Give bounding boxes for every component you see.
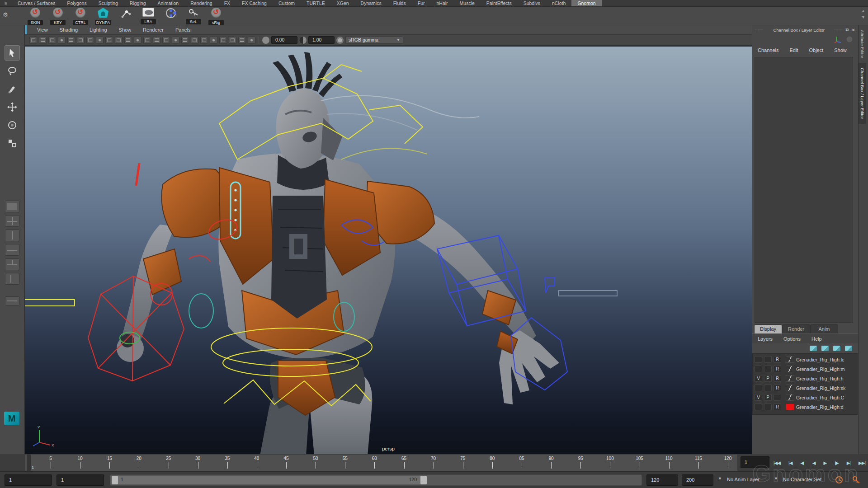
panel-menu-item[interactable]: Panels (170, 27, 197, 33)
menu-item[interactable]: TURTLE (301, 0, 331, 6)
layer-display-type-toggle[interactable]: R (774, 404, 781, 410)
gamma-icon[interactable] (299, 37, 307, 44)
tab-channel-box-layer-editor[interactable]: Channel Box / Layer Editor (859, 63, 866, 124)
menu-item[interactable]: nHair (430, 0, 453, 6)
layer-editor-tab[interactable]: Render (782, 324, 810, 333)
layout-two-pane-stacked-button[interactable] (5, 244, 19, 256)
layer-editor-tab[interactable]: Display (754, 324, 782, 333)
menu-item[interactable]: Custom (273, 0, 301, 6)
menu-item[interactable]: nCloth (546, 0, 571, 6)
textured-icon[interactable] (181, 37, 189, 44)
playback-range-bar[interactable]: 1 120 (112, 476, 427, 484)
step-forward-key-button[interactable]: ▶| (846, 459, 851, 467)
select-camera-icon[interactable] (29, 37, 37, 44)
layout-custom-button[interactable] (5, 296, 19, 305)
layer-row[interactable]: R Grenadier_Rig_High:m (753, 364, 858, 374)
layer-visibility-toggle[interactable]: V (755, 394, 762, 401)
menu-item[interactable]: Rendering (184, 0, 218, 6)
panel-menu-item[interactable]: Lighting (84, 27, 113, 33)
shelf-button-key[interactable]: KEY (48, 8, 68, 26)
exposure-field[interactable]: 0.00 (271, 36, 297, 44)
layer-row[interactable]: R Grenadier_Rig_High:d (753, 402, 858, 412)
move-tool-button[interactable] (5, 99, 20, 115)
layer-color-swatch[interactable] (786, 366, 794, 372)
shelf-button-srig[interactable]: sRig (206, 8, 226, 26)
shelf-button-set[interactable]: Set. (184, 8, 203, 25)
layer-playback-toggle[interactable]: P (764, 394, 772, 401)
layer-row[interactable]: V P Grenadier_Rig_High:C (753, 393, 858, 402)
layer-display-type-toggle[interactable]: R (774, 366, 781, 372)
go-to-end-button[interactable]: ▶▶| (858, 459, 866, 467)
layer-display-type-toggle[interactable]: R (774, 356, 781, 363)
shelf-options-gear-icon[interactable]: ⚙ (3, 11, 12, 18)
exposure-icon[interactable] (262, 37, 269, 44)
shelf-button-dynpa[interactable]: DYNPA (93, 8, 113, 26)
playback-options-icon[interactable] (835, 475, 844, 484)
layer-visibility-toggle[interactable] (755, 404, 762, 410)
shaded-icon[interactable] (172, 37, 179, 44)
play-forward-button[interactable]: ▶ (823, 459, 827, 467)
layer-display-type-toggle[interactable] (774, 394, 781, 401)
layer-visibility-toggle[interactable] (755, 385, 762, 391)
layer-name[interactable]: Grenadier_Rig_High:h (796, 376, 843, 381)
current-frame-marker[interactable] (27, 455, 31, 471)
layout-three-pane-button[interactable] (5, 258, 19, 270)
menu-item[interactable]: Fur (412, 0, 431, 6)
new-layer-from-selected-icon[interactable] (821, 346, 829, 351)
resolution-gate-icon[interactable] (115, 37, 123, 44)
chevron-down-icon[interactable]: ▼ (718, 476, 722, 481)
multisample-aa-icon[interactable] (229, 37, 236, 44)
channel-box-menu-item[interactable]: Show (829, 47, 852, 53)
screen-space-ao-icon[interactable] (210, 37, 217, 44)
shadows-icon[interactable] (200, 37, 208, 44)
layer-playback-toggle[interactable]: P (764, 375, 772, 382)
range-end-handle[interactable] (420, 476, 427, 484)
range-start-handle[interactable] (112, 476, 118, 484)
2d-pan-zoom-icon[interactable] (77, 37, 85, 44)
channel-box-menu-item[interactable]: Edit (784, 47, 803, 53)
paint-select-tool-button[interactable] (5, 81, 20, 97)
shelf-overflow-arrows[interactable]: ▲▼ (861, 9, 865, 19)
bookmarks-icon[interactable] (58, 37, 66, 44)
chevron-down-icon[interactable]: ▼ (774, 476, 778, 481)
gamma-field[interactable]: 1.00 (308, 36, 335, 44)
channel-box-menu-item[interactable]: Object (803, 47, 829, 53)
anim-layer-selector[interactable]: No Anim Layer (727, 477, 760, 482)
safe-action-icon[interactable] (143, 37, 151, 44)
viewport-canvas[interactable]: Y X persp (25, 46, 752, 454)
field-chart-icon[interactable] (134, 37, 142, 44)
image-plane-icon[interactable] (67, 37, 75, 44)
layer-editor-tab[interactable]: Anim (810, 324, 838, 333)
layer-editor-menu-item[interactable]: Options (778, 336, 806, 342)
shelf-button-character-set[interactable] (161, 8, 181, 18)
layout-single-pane-button[interactable] (5, 201, 19, 212)
drag-handle-icon[interactable]: :::::: (755, 28, 764, 32)
dock-header[interactable]: :::::: Channel Box / Layer Editor ::::::… (752, 25, 858, 34)
camera-attributes-icon[interactable] (48, 37, 56, 44)
grease-pencil-icon[interactable] (86, 37, 94, 44)
manipulator-axis-icon[interactable] (834, 35, 842, 43)
layer-name[interactable]: Grenadier_Rig_High:d (796, 404, 843, 410)
menu-item[interactable]: Fluids (387, 0, 412, 6)
menu-item[interactable]: Muscle (454, 0, 481, 6)
layer-color-swatch[interactable] (786, 375, 794, 382)
panel-menu-item[interactable]: Renderer (137, 27, 170, 33)
speed-control-icon[interactable] (845, 35, 854, 43)
popout-icon[interactable]: ⧉ (845, 27, 849, 33)
tab-attribute-editor[interactable]: Attribute Editor (859, 25, 866, 63)
view-transform-select[interactable]: sRGB gamma ▼ (345, 36, 403, 44)
move-layer-up-icon[interactable] (833, 346, 840, 351)
shelf-button-ctrl[interactable]: CTRL (71, 8, 90, 26)
menu-item[interactable]: Subdivs (518, 0, 546, 6)
motion-blur-icon[interactable] (219, 37, 227, 44)
move-layer-down-icon[interactable] (845, 346, 852, 351)
layout-four-pane-button[interactable] (5, 215, 19, 227)
select-tool-button[interactable] (5, 45, 20, 61)
layer-playback-toggle[interactable] (764, 385, 772, 391)
lighting-icon[interactable] (191, 37, 198, 44)
layer-row[interactable]: V P R Grenadier_Rig_High:h (753, 374, 858, 383)
layer-row[interactable]: R Grenadier_Rig_High:sk (753, 383, 858, 393)
menu-item[interactable]: Rigging (124, 0, 152, 6)
panel-menu-item[interactable]: Shading (54, 27, 84, 33)
playback-start-field[interactable]: 1 (57, 474, 104, 486)
